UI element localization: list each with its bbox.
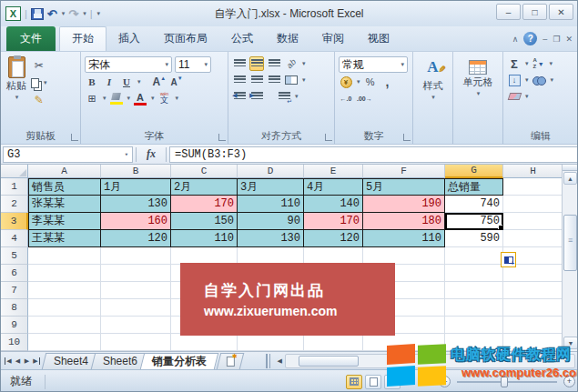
cell-H4[interactable] [503,230,563,247]
tab-home[interactable]: 开始 [59,26,106,51]
align-right-button[interactable] [267,73,281,87]
cell-D2[interactable]: 110 [238,196,304,213]
orientation-dropdown[interactable]: ▾ [302,60,306,67]
column-header-A[interactable]: A [28,165,101,178]
cell-C1[interactable]: 2月 [171,178,238,196]
number-format-combo[interactable]: 常规▾ [339,56,408,73]
cell-F4[interactable]: 110 [363,230,445,247]
name-box[interactable]: G3▾ [3,146,133,163]
sort-filter-button[interactable]: AZ▼ [532,56,546,71]
phonetic-dropdown[interactable]: ▾ [176,95,179,102]
fill-color-button[interactable] [109,91,124,106]
cell-C10[interactable] [171,334,238,351]
formula-input[interactable]: =SUM(B3:F3) [169,146,577,163]
align-center-button[interactable] [249,73,264,87]
cell-H3[interactable] [503,213,563,230]
cell-F1[interactable]: 5月 [363,178,445,196]
wrap-text-button[interactable]: ↵ [277,89,291,104]
alignment-dialog-launcher[interactable] [325,134,332,141]
cell-G3[interactable]: 750 [445,213,503,230]
align-bottom-button[interactable] [267,56,281,71]
cell-H7[interactable] [503,282,563,299]
copy-button[interactable]: ▾ [30,75,48,90]
row-header-7[interactable]: 7 [1,282,28,299]
percent-style-button[interactable]: % [363,75,378,89]
cell-G1[interactable]: 总销量 [445,178,503,196]
grow-font-button[interactable]: A▲ [152,75,167,89]
workbook-minimize-icon[interactable]: – [543,35,547,44]
fill-color-dropdown[interactable]: ▾ [127,95,131,102]
cell-A7[interactable] [28,282,101,299]
align-top-button[interactable] [232,56,247,71]
column-header-E[interactable]: E [304,165,363,178]
font-color-dropdown[interactable]: ▾ [151,95,155,102]
close-button[interactable]: ✕ [549,4,573,20]
select-all-corner[interactable] [1,165,28,178]
cut-button[interactable]: ✂ [30,58,48,73]
cell-B9[interactable] [101,317,171,334]
maximize-button[interactable]: □ [522,4,547,20]
row-header-2[interactable]: 2 [1,196,28,213]
cell-F3[interactable]: 180 [363,213,445,230]
cell-G5[interactable] [445,247,503,265]
cell-A9[interactable] [28,317,101,334]
cell-B8[interactable] [101,299,171,317]
cell-A8[interactable] [28,299,101,317]
tab-file[interactable]: 文件 [6,26,56,51]
font-dialog-launcher[interactable] [218,134,226,141]
cell-A2[interactable]: 张某某 [28,196,101,213]
cell-H2[interactable] [503,196,563,213]
cell-H9[interactable] [503,317,563,334]
scroll-up-arrow[interactable]: ▲ [563,172,577,185]
row-header-10[interactable]: 10 [1,334,28,351]
workbook-close-icon[interactable]: ✕ [565,35,573,44]
workbook-restore-icon[interactable]: ❐ [553,35,560,44]
cell-B2[interactable]: 130 [101,196,171,213]
row-header-4[interactable]: 4 [1,230,28,247]
cell-G6[interactable] [445,265,503,282]
decrease-decimal-button[interactable]: .00→ [356,91,373,106]
tab-review[interactable]: 审阅 [310,27,356,51]
increase-decimal-button[interactable]: ←.0 [339,91,353,106]
split-box[interactable] [563,165,578,171]
format-painter-button[interactable]: ✎ [30,93,48,107]
vertical-scrollbar[interactable]: ▲ ▼ [562,165,578,351]
column-header-C[interactable]: C [171,165,238,178]
normal-view-button[interactable] [346,375,362,389]
accounting-dropdown[interactable]: ▾ [357,78,360,85]
clear-dropdown[interactable]: ▾ [525,93,529,100]
cell-H1[interactable] [503,178,563,196]
column-header-G[interactable]: G [445,165,503,178]
cell-B7[interactable] [101,282,171,299]
paste-dropdown[interactable]: ▾ [15,94,19,101]
cell-G4[interactable]: 590 [445,230,503,247]
cell-B1[interactable]: 1月 [101,178,171,196]
cell-E3[interactable]: 170 [304,213,363,230]
page-layout-view-button[interactable] [365,375,381,389]
cell-G9[interactable] [445,317,503,334]
row-header-3[interactable]: 3 [1,213,28,230]
last-sheet-icon[interactable]: ▶ [32,357,40,365]
column-header-D[interactable]: D [238,165,304,178]
wrap-dropdown[interactable]: ▾ [295,93,299,100]
tab-page-layout[interactable]: 页面布局 [152,27,219,51]
first-sheet-icon[interactable]: ◀ [5,357,13,365]
cell-E1[interactable]: 4月 [304,178,363,196]
cell-A4[interactable]: 王某某 [28,230,101,247]
cell-E10[interactable] [304,334,363,351]
cells-button[interactable]: 单元格 ▾ [455,55,501,99]
tab-splitter[interactable] [266,354,270,368]
cell-B10[interactable] [101,334,171,351]
cell-H8[interactable] [503,299,563,317]
cell-G8[interactable] [445,299,503,317]
row-header-1[interactable]: 1 [1,178,28,196]
tab-formulas[interactable]: 公式 [219,27,265,51]
cell-A10[interactable] [28,334,101,351]
styles-dropdown[interactable]: ▾ [431,94,435,101]
cells-dropdown[interactable]: ▾ [477,90,481,97]
font-name-combo[interactable]: 宋体▾ [85,56,172,73]
italic-button[interactable]: I [102,75,117,89]
cell-C3[interactable]: 150 [171,213,238,230]
merge-center-button[interactable] [284,73,299,87]
insert-function-button[interactable]: fx [139,147,163,161]
